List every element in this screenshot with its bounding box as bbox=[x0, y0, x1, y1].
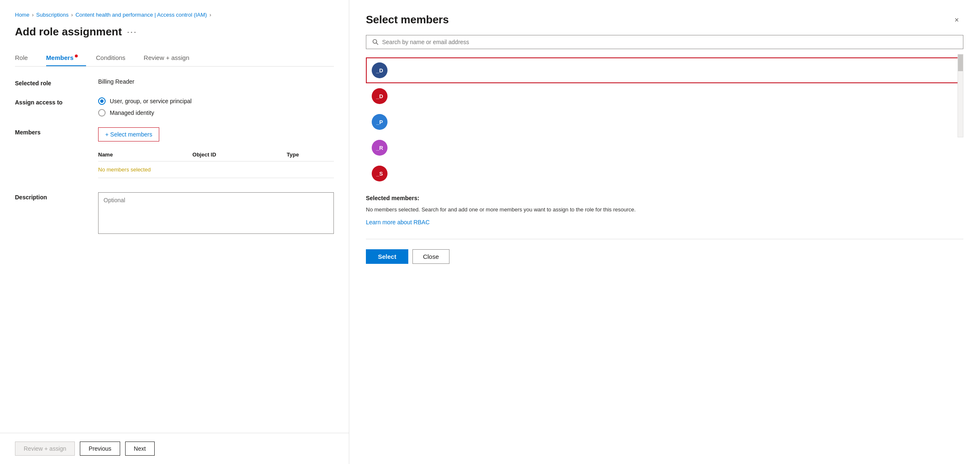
member-item-2[interactable]: _P bbox=[366, 109, 963, 135]
tab-role[interactable]: Role bbox=[15, 50, 36, 66]
avatar-0: _D bbox=[372, 62, 388, 78]
member-list: _D _D _P _R _S bbox=[366, 57, 963, 186]
ellipsis-menu[interactable]: ··· bbox=[127, 27, 137, 37]
no-members-text: No members selected bbox=[98, 166, 151, 173]
selected-members-title: Selected members: bbox=[366, 195, 963, 201]
flyout-header: Select members × bbox=[366, 13, 963, 27]
radio-user-group[interactable]: User, group, or service principal bbox=[98, 97, 334, 105]
previous-button[interactable]: Previous bbox=[80, 442, 120, 456]
flyout-close-x-button[interactable]: × bbox=[950, 13, 963, 27]
selected-members-section: Selected members: No members selected. S… bbox=[366, 195, 963, 226]
table-body: No members selected bbox=[98, 161, 334, 178]
member-item-4[interactable]: _S bbox=[366, 161, 963, 186]
members-row: Members + Select members Name Object ID … bbox=[15, 127, 334, 181]
radio-managed-identity-label: Managed identity bbox=[110, 109, 154, 116]
breadcrumb-subscriptions[interactable]: Subscriptions bbox=[36, 12, 69, 18]
col-type: Type bbox=[287, 151, 334, 158]
breadcrumb-sep-3: › bbox=[210, 12, 211, 18]
form-content: Selected role Billing Reader Assign acce… bbox=[15, 78, 334, 452]
description-value bbox=[98, 192, 334, 235]
breadcrumb: Home › Subscriptions › Content health an… bbox=[15, 12, 334, 18]
radio-user-group-outer bbox=[98, 97, 106, 105]
search-icon bbox=[372, 39, 379, 45]
breadcrumb-iam[interactable]: Content health and performance | Access … bbox=[75, 12, 207, 18]
members-label: Members bbox=[15, 127, 98, 136]
tab-members[interactable]: Members bbox=[46, 50, 86, 66]
member-item-0[interactable]: _D bbox=[366, 57, 963, 83]
breadcrumb-sep-2: › bbox=[71, 12, 73, 18]
radio-user-group-label: User, group, or service principal bbox=[110, 98, 192, 104]
description-textarea[interactable] bbox=[98, 192, 334, 234]
avatar-4: _S bbox=[372, 166, 388, 181]
avatar-1: _D bbox=[372, 88, 388, 104]
member-item-1[interactable]: _D bbox=[366, 83, 963, 109]
radio-managed-identity-outer bbox=[98, 109, 106, 117]
flyout-divider bbox=[366, 239, 963, 239]
member-item-3[interactable]: _R bbox=[366, 135, 963, 161]
next-button[interactable]: Next bbox=[125, 442, 155, 456]
select-members-button[interactable]: + Select members bbox=[98, 127, 159, 141]
members-dot bbox=[75, 55, 78, 57]
review-assign-button: Review + assign bbox=[15, 442, 75, 456]
tab-review[interactable]: Review + assign bbox=[144, 50, 198, 66]
description-row: Description bbox=[15, 192, 334, 235]
tab-conditions[interactable]: Conditions bbox=[96, 50, 134, 66]
tab-bar: Role Members Conditions Review + assign bbox=[15, 50, 334, 67]
avatar-2: _P bbox=[372, 114, 388, 130]
table-header: Name Object ID Type bbox=[98, 148, 334, 161]
members-value: + Select members Name Object ID Type No … bbox=[98, 127, 334, 181]
search-box bbox=[366, 35, 963, 49]
flyout-title: Select members bbox=[366, 13, 449, 26]
breadcrumb-home[interactable]: Home bbox=[15, 12, 30, 18]
search-input[interactable] bbox=[382, 39, 957, 45]
flyout-panel: Select members × _D _D _P _R bbox=[349, 0, 980, 464]
radio-user-group-inner bbox=[100, 99, 104, 103]
selected-role-label: Selected role bbox=[15, 78, 98, 87]
close-button[interactable]: Close bbox=[412, 249, 449, 264]
col-object-id: Object ID bbox=[193, 151, 287, 158]
col-name: Name bbox=[98, 151, 193, 158]
breadcrumb-sep-1: › bbox=[32, 12, 34, 18]
description-label: Description bbox=[15, 192, 98, 201]
left-panel: Home › Subscriptions › Content health an… bbox=[0, 0, 349, 464]
no-members-description: No members selected. Search for and add … bbox=[366, 206, 963, 214]
select-button[interactable]: Select bbox=[366, 249, 408, 264]
svg-line-1 bbox=[376, 43, 378, 45]
assign-access-options: User, group, or service principal Manage… bbox=[98, 97, 334, 117]
assign-access-row: Assign access to User, group, or service… bbox=[15, 97, 334, 117]
bottom-bar: Review + assign Previous Next bbox=[0, 433, 349, 464]
avatar-3: _R bbox=[372, 140, 388, 156]
flyout-footer: Select Close bbox=[366, 249, 963, 264]
page-title-row: Add role assignment ··· bbox=[15, 25, 334, 38]
radio-group: User, group, or service principal Manage… bbox=[98, 97, 334, 117]
assign-access-label: Assign access to bbox=[15, 97, 98, 106]
selected-role-row: Selected role Billing Reader bbox=[15, 78, 334, 87]
scrollbar-thumb[interactable] bbox=[958, 55, 963, 71]
learn-more-rbac-link[interactable]: Learn more about RBAC bbox=[366, 219, 430, 226]
selected-role-value: Billing Reader bbox=[98, 78, 334, 85]
table-footer bbox=[98, 178, 334, 181]
members-table: Name Object ID Type No members selected bbox=[98, 148, 334, 181]
page-title: Add role assignment bbox=[15, 25, 122, 38]
radio-managed-identity[interactable]: Managed identity bbox=[98, 109, 334, 117]
scrollbar-track[interactable] bbox=[958, 54, 963, 137]
